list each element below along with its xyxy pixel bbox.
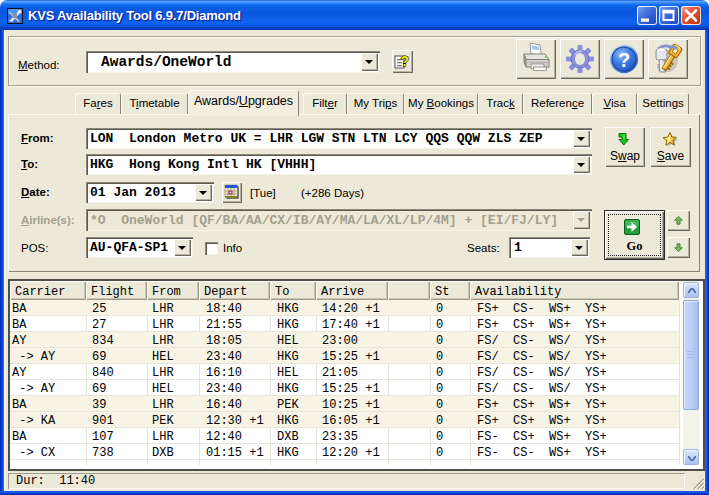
svg-text:?: ?	[401, 53, 410, 69]
svg-text:?: ?	[618, 49, 630, 71]
